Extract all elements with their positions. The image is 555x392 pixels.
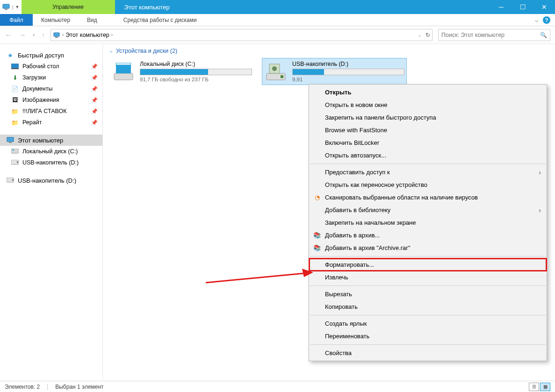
usb-disk-icon — [264, 60, 288, 83]
sidebar-this-pc[interactable]: Этот компьютер — [0, 135, 102, 146]
ctx-cut[interactable]: Вырезать — [309, 288, 547, 300]
view-tiles-button[interactable]: ▦ — [540, 383, 550, 391]
crumb-sep-icon[interactable]: › — [111, 32, 113, 37]
ctx-scan-virus[interactable]: ◔Сканировать выбранные области на наличи… — [309, 191, 547, 204]
ctx-autoplay[interactable]: Открыть автозапуск... — [309, 149, 547, 162]
ctx-rename[interactable]: Переименовать — [309, 330, 547, 342]
capacity-bar — [292, 69, 404, 75]
context-menu: Открыть Открыть в новом окне Закрепить н… — [309, 84, 547, 361]
drive-capacity-text: 9,91 — [292, 77, 404, 82]
address-pc-icon — [53, 31, 60, 39]
address-dropdown-icon[interactable]: ⌵ — [418, 33, 421, 37]
drive-tools-label: Средства работы с дисками — [123, 17, 197, 23]
svg-rect-1 — [5, 9, 7, 10]
quick-access-toolbar: | ▼ — [0, 0, 22, 14]
sidebar-item-desktop[interactable]: Рабочий стол 📌 — [0, 61, 102, 72]
ctx-label: Вырезать — [325, 291, 352, 298]
sidebar-item-label: USB-накопитель (D:) — [18, 177, 76, 184]
computer-tab[interactable]: Компьютер — [33, 14, 79, 26]
minimize-button[interactable]: ─ — [490, 3, 512, 11]
sidebar-item-pictures[interactable]: 🖼 Изображения 📌 — [0, 94, 102, 106]
ctx-label: Browse with FastStone — [325, 127, 387, 134]
ctx-open[interactable]: Открыть — [309, 86, 547, 99]
ctx-separator — [310, 344, 546, 345]
sidebar-item-usb-d[interactable]: USB-накопитель (D:) — [0, 157, 102, 168]
up-button[interactable]: ↑ — [42, 31, 45, 39]
ctx-label: Копировать — [325, 303, 358, 310]
refresh-icon[interactable]: ↻ — [425, 32, 430, 38]
sidebar-usb-d-root[interactable]: USB-накопитель (D:) — [0, 175, 102, 186]
ctx-pin-start[interactable]: Закрепить на начальном экране — [309, 216, 547, 229]
group-header-devices[interactable]: ⌄ Устройства и диски (2) — [109, 48, 548, 54]
sidebar-item-label: Локальный диск (C:) — [22, 148, 78, 155]
view-tab[interactable]: Вид — [79, 14, 106, 26]
ctx-label: Открыть — [325, 89, 351, 96]
ctx-give-access[interactable]: Предоставить доступ к› — [309, 166, 547, 178]
ctx-label: Закрепить на начальном экране — [325, 219, 416, 226]
svg-rect-8 — [11, 149, 19, 153]
view-details-button[interactable]: ☰ — [529, 383, 539, 391]
ctx-copy[interactable]: Копировать — [309, 300, 547, 313]
crumb-sep-icon[interactable]: › — [62, 32, 64, 37]
svg-rect-20 — [281, 75, 283, 78]
ctx-add-library[interactable]: Добавить в библиотеку› — [309, 204, 547, 216]
sidebar-item-rewrite[interactable]: 📁 Рерайт 📌 — [0, 117, 102, 128]
qat-dropdown-icon[interactable]: ▼ — [15, 5, 20, 9]
ctx-add-archive-rar[interactable]: 📚Добавить в архив "Archive.rar" — [309, 242, 547, 254]
svg-rect-6 — [7, 137, 14, 142]
drive-item-c[interactable]: Локальный диск (C:) 91,7 ГБ свободно из … — [109, 58, 254, 85]
sidebar-item-documents[interactable]: 📄 Документы 📌 — [0, 83, 102, 94]
pin-icon: 📌 — [91, 86, 98, 92]
search-box[interactable]: 🔍 — [438, 29, 550, 41]
view-tab-label: Вид — [87, 17, 97, 23]
ribbon-collapse-icon[interactable]: ⌵ — [535, 17, 538, 23]
search-icon[interactable]: 🔍 — [540, 32, 547, 38]
ctx-create-shortcut[interactable]: Создать ярлык — [309, 317, 547, 330]
sidebar-item-downloads[interactable]: ⬇ Загрузки 📌 — [0, 72, 102, 83]
pictures-icon: 🖼 — [11, 96, 19, 104]
svg-point-19 — [272, 66, 277, 71]
recent-locations-icon[interactable]: ▾ — [33, 33, 35, 37]
usb-drive-icon — [11, 159, 19, 166]
contextual-tab-manage[interactable]: Управление — [22, 0, 115, 14]
svg-rect-7 — [9, 142, 12, 143]
sidebar-item-liga[interactable]: 📁 !!!ЛИГА СТАВОК 📌 — [0, 106, 102, 117]
maximize-button[interactable]: ☐ — [512, 3, 533, 11]
ctx-label: Открыть как переносное устройство — [325, 181, 427, 188]
ctx-open-new-window[interactable]: Открыть в новом окне — [309, 99, 547, 111]
file-tab[interactable]: Файл — [0, 14, 33, 26]
sidebar-item-label: Рабочий стол — [22, 63, 59, 70]
ctx-separator — [310, 285, 546, 286]
ctx-eject[interactable]: Извлечь — [309, 271, 547, 284]
ctx-pin-quick-access[interactable]: Закрепить на панели быстрого доступа — [309, 111, 547, 124]
breadcrumb-this-pc[interactable]: Этот компьютер — [65, 32, 109, 38]
address-bar[interactable]: › Этот компьютер › ⌵ ↻ — [50, 29, 432, 41]
ctx-faststone[interactable]: Browse with FastStone — [309, 124, 547, 136]
ctx-format[interactable]: Форматировать... — [309, 258, 547, 271]
pin-icon: 📌 — [91, 75, 98, 81]
pin-icon: 📌 — [91, 108, 98, 114]
svg-rect-2 — [54, 33, 59, 36]
forward-button[interactable]: → — [19, 31, 26, 39]
ctx-label: Открыть автозапуск... — [325, 152, 386, 159]
back-button[interactable]: ← — [5, 31, 12, 39]
sidebar-item-label: !!!ЛИГА СТАВОК — [22, 108, 66, 114]
ctx-label: Переименовать — [325, 333, 369, 340]
sidebar-quick-access[interactable]: ★ Быстрый доступ — [0, 50, 102, 61]
breadcrumb-label: Этот компьютер — [65, 32, 109, 38]
collapse-caret-icon[interactable]: ⌄ — [109, 49, 113, 53]
drive-item-d[interactable]: USB-накопитель (D:) 9,91 — [262, 58, 407, 85]
ctx-label: Добавить в архив... — [325, 232, 380, 239]
close-button[interactable]: ✕ — [533, 3, 555, 11]
ctx-properties[interactable]: Свойства — [309, 347, 547, 359]
ctx-add-archive[interactable]: 📚Добавить в архив... — [309, 229, 547, 242]
title-bar-background: Управление Этот компьютер ─ ☐ ✕ — [22, 0, 555, 14]
group-header-label: Устройства и диски (2) — [116, 48, 177, 54]
ctx-bitlocker[interactable]: Включить BitLocker — [309, 136, 547, 149]
sidebar-item-local-c[interactable]: Локальный диск (C:) — [0, 146, 102, 157]
search-input[interactable] — [441, 32, 540, 38]
ctx-portable-device[interactable]: Открыть как переносное устройство — [309, 178, 547, 191]
drive-tools-tab[interactable]: Средства работы с дисками — [115, 14, 205, 26]
help-icon[interactable]: ? — [543, 16, 550, 24]
ctx-separator — [310, 256, 546, 257]
